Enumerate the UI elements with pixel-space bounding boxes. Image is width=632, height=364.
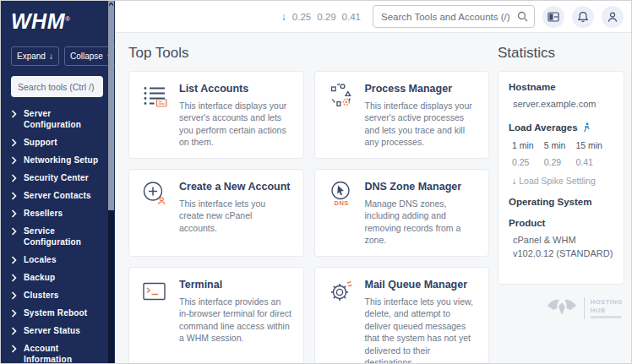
sidebar-item-label: Locales	[24, 254, 57, 265]
hosting-hub-wings-icon	[546, 298, 578, 318]
hosting-hub-watermark: HOSTING HUB	[546, 297, 623, 319]
svg-text:DNS: DNS	[334, 199, 348, 207]
chevron-right-icon	[11, 327, 17, 335]
chevron-right-icon	[11, 209, 17, 218]
statistics-heading: Statistics	[498, 45, 624, 62]
hostname-label: Hostname	[509, 82, 613, 92]
mail-queue-manager-icon	[326, 277, 355, 363]
tool-card-mail-queue-manager[interactable]: Mail Queue Manager This interface lets y…	[314, 267, 490, 363]
sidebar-item-clusters[interactable]: Clusters	[11, 286, 103, 304]
statistics-card: Hostname server.example.com Load Average…	[498, 71, 624, 285]
tool-card-description: This interface provides an in-browser te…	[179, 296, 292, 345]
apps-grid-icon	[548, 12, 559, 22]
sidebar-item-label: Backup	[24, 272, 55, 283]
global-search	[373, 5, 535, 28]
tool-card-description: This interface displays your server's ac…	[179, 100, 292, 149]
whm-app: WHM® Expand ↓ Collapse ↑ Server Configur…	[0, 0, 632, 364]
chevron-right-icon	[11, 274, 17, 282]
process-manager-icon	[326, 81, 355, 149]
main-column: Top Tools List Accounts This interface d…	[128, 43, 489, 363]
tool-card-dns-zone-manager[interactable]: DNS DNS Zone Manager Manage DNS zones, i…	[314, 169, 490, 257]
chevron-right-icon	[11, 309, 17, 318]
expand-button[interactable]: Expand ↓	[11, 46, 59, 66]
tool-card-text: DNS Zone Manager Manage DNS zones, inclu…	[365, 179, 478, 247]
watermark-line1: HOSTING	[591, 298, 623, 306]
load-1min: 0.25	[292, 12, 311, 22]
sidebar-item-locales[interactable]: Locales	[11, 251, 103, 269]
arrow-down-icon: ↓	[512, 176, 516, 186]
feature-showcase-button[interactable]	[542, 6, 564, 28]
sidebar-item-server-contacts[interactable]: Server Contacts	[11, 187, 103, 204]
chevron-up-icon	[108, 1, 114, 8]
sidebar-item-backup[interactable]: Backup	[11, 269, 103, 286]
sidebar-scrollbar-thumb[interactable]	[108, 1, 114, 210]
sidebar-item-networking-setup[interactable]: Networking Setup	[11, 151, 103, 169]
sidebar-item-support[interactable]: Support	[11, 133, 103, 151]
top-tools-heading: Top Tools	[128, 45, 489, 62]
sidebar-item-resellers[interactable]: Resellers	[11, 204, 103, 222]
load-value: 0.29	[544, 157, 566, 167]
sidebar-item-server-status[interactable]: Server Status	[11, 322, 103, 340]
sidebar-item-label: Security Center	[24, 172, 89, 183]
chevron-right-icon	[11, 256, 17, 264]
notifications-button[interactable]	[572, 6, 594, 28]
hostname-value: server.example.com	[513, 98, 613, 111]
search-icon	[517, 11, 528, 22]
tool-card-title: Create a New Account	[179, 181, 292, 193]
sidebar-nav: Server Configuration Support Networking …	[11, 105, 103, 363]
sidebar-item-label: Account Information	[24, 343, 103, 363]
sidebar-item-account-information[interactable]: Account Information	[11, 340, 103, 363]
product-value: cPanel & WHM v102.0.12 (STANDARD)	[513, 234, 613, 261]
watermark-tagline-bar	[591, 316, 621, 318]
watermark-divider	[584, 297, 585, 319]
user-icon	[607, 11, 618, 23]
operating-system-label: Operating System	[509, 197, 613, 207]
watermark-text: HOSTING HUB	[591, 298, 623, 318]
global-search-input[interactable]	[373, 5, 535, 28]
load-header: 1 min	[512, 140, 534, 150]
sidebar-item-label: Clusters	[24, 290, 59, 301]
sidebar-item-system-reboot[interactable]: System Reboot	[11, 304, 103, 322]
tool-card-title: DNS Zone Manager	[365, 181, 478, 193]
arrow-down-icon: ↓	[49, 52, 53, 61]
sidebar-item-server-configuration[interactable]: Server Configuration	[11, 105, 103, 133]
tool-card-description: This interface lets you view, delete, an…	[365, 296, 478, 363]
whm-logo-text: WHM	[11, 9, 65, 33]
sidebar-item-service-configuration[interactable]: Service Configuration	[11, 222, 103, 251]
load-spike-text: Load Spike Settling	[519, 176, 595, 186]
terminal-icon	[140, 277, 169, 363]
tool-card-list-accounts[interactable]: List Accounts This interface displays yo…	[128, 71, 304, 159]
load-value: 0.25	[512, 157, 534, 167]
load-averages-indicator: ↓ 0.25 0.29 0.41	[281, 11, 361, 23]
load-header: 15 min	[575, 140, 602, 150]
chevron-right-icon	[11, 227, 17, 236]
sidebar-scrollbar[interactable]	[108, 1, 114, 363]
tool-card-title: Process Manager	[365, 83, 478, 95]
chevron-right-icon	[11, 156, 17, 165]
sidebar-search-input[interactable]	[11, 76, 103, 97]
load-averages-table: 1 min 5 min 15 min 0.25 0.29 0.41	[512, 140, 602, 167]
collapse-button[interactable]: Collapse ↑	[64, 46, 115, 66]
tool-card-process-manager[interactable]: Process Manager This interface displays …	[314, 71, 490, 159]
user-menu-button[interactable]	[602, 6, 624, 28]
sidebar-item-label: Server Contacts	[24, 190, 91, 201]
sidebar-item-label: Server Status	[24, 325, 80, 336]
chevron-right-icon	[11, 110, 17, 118]
tool-card-description: Manage DNS zones, including adding and r…	[365, 198, 478, 247]
sidebar-item-security-center[interactable]: Security Center	[11, 169, 103, 187]
sidebar-item-label: Networking Setup	[24, 155, 98, 166]
product-label: Product	[509, 218, 613, 228]
sidebar: WHM® Expand ↓ Collapse ↑ Server Configur…	[1, 1, 115, 363]
chevron-right-icon	[11, 139, 17, 147]
registered-mark: ®	[65, 15, 70, 23]
tool-card-text: List Accounts This interface displays yo…	[179, 81, 292, 149]
load-5min: 0.29	[317, 12, 335, 22]
sidebar-item-label: Resellers	[24, 208, 63, 219]
tool-card-create-a-new-account[interactable]: Create a New Account This interface lets…	[128, 169, 304, 257]
chevron-right-icon	[11, 345, 17, 353]
load-trend-down-icon: ↓	[281, 11, 286, 23]
tool-card-terminal[interactable]: Terminal This interface provides an in-b…	[128, 267, 304, 363]
load-runner-icon[interactable]	[582, 122, 591, 133]
sidebar-item-label: Support	[24, 137, 57, 148]
watermark-line2: HUB	[591, 307, 623, 314]
